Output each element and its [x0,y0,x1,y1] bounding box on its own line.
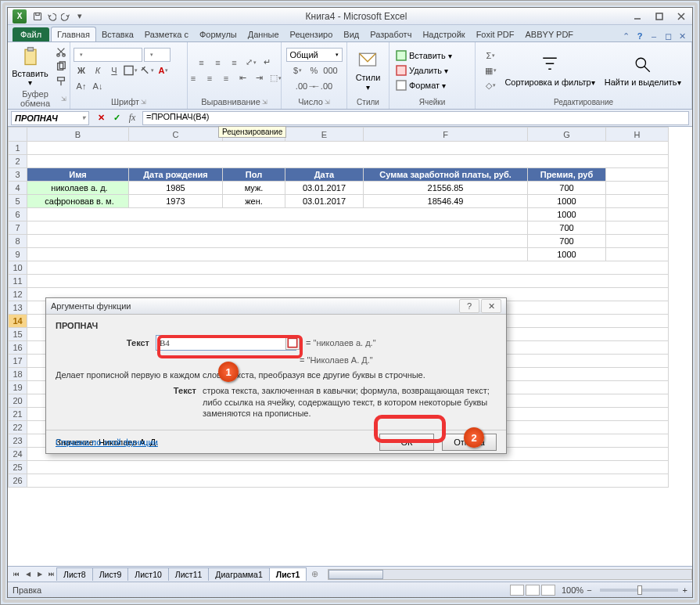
comma-icon[interactable]: 000 [323,63,339,77]
help-icon[interactable]: ? [634,31,645,41]
row-header[interactable]: 8 [9,235,27,248]
select-all-corner[interactable] [9,128,27,142]
save-icon[interactable] [31,10,44,23]
row-header[interactable]: 14 [9,315,27,328]
redo-icon[interactable] [59,10,72,23]
underline-icon[interactable]: Ч [106,63,122,77]
orientation-icon[interactable]: ⤢ [243,56,259,70]
sheet-tab[interactable]: Лист1 [269,567,307,581]
cell[interactable]: николаев а. д. [27,182,129,195]
number-format-select[interactable]: Общий▾ [286,48,343,62]
font-name-select[interactable] [74,48,142,62]
tab-data[interactable]: Данные [242,27,285,41]
horizontal-scrollbar[interactable] [328,569,692,580]
row-header[interactable]: 6 [9,208,27,221]
row-header[interactable]: 1 [9,142,27,155]
tab-addins[interactable]: Надстройк [417,27,470,41]
sheet-tab[interactable]: Лист9 [92,567,129,581]
zoom-in-icon[interactable]: + [683,585,687,595]
tab-nav-next-icon[interactable]: ▶ [34,569,45,580]
tab-layout[interactable]: Разметка с [139,27,194,41]
align-bottom-icon[interactable]: ≡ [227,56,242,70]
delete-cells-button[interactable]: Удалить ▾ [393,63,451,77]
fill-icon[interactable]: ▦ [483,63,498,77]
normal-view-icon[interactable] [510,585,524,596]
align-middle-icon[interactable]: ≡ [210,56,226,70]
qat-drop-icon[interactable]: ▾ [74,10,86,23]
tab-foxit[interactable]: Foxit PDF [471,27,520,41]
row-header[interactable]: 5 [9,195,27,208]
row-header[interactable]: 10 [9,261,27,275]
row-header[interactable]: 19 [9,381,27,394]
col-header[interactable]: B [27,128,129,142]
cell[interactable]: жен. [223,195,285,208]
tab-abbyy[interactable]: ABBYY PDF [520,27,580,41]
grow-font-icon[interactable]: A↑ [74,79,89,93]
cell[interactable]: 03.01.2017 [285,195,364,208]
name-box[interactable]: ПРОПНАЧ [11,111,89,125]
page-break-view-icon[interactable] [541,585,555,596]
tab-nav-first-icon[interactable]: ⏮ [11,569,22,580]
ok-button[interactable]: ОК [379,434,434,451]
formula-cancel-icon[interactable]: ✕ [94,111,108,125]
row-header[interactable]: 2 [9,155,27,168]
maximize-icon[interactable] [648,9,670,24]
zoom-out-icon[interactable]: − [587,585,591,595]
cell[interactable]: 1973 [129,195,223,208]
tab-review[interactable]: Рецензиро [285,27,339,41]
clear-icon[interactable]: ◇ [483,78,498,92]
tab-view[interactable]: Вид [338,27,364,41]
range-select-icon[interactable] [285,336,300,350]
tab-developer[interactable]: Разработч [364,27,417,41]
dialog-help-icon[interactable]: ? [459,299,479,313]
row-header[interactable]: 22 [9,421,27,434]
tab-nav-prev-icon[interactable]: ◀ [23,569,34,580]
sheet-tab[interactable]: Лист10 [127,567,169,581]
row-header[interactable]: 15 [9,328,27,341]
tab-formulas[interactable]: Формулы [194,27,242,41]
border-icon[interactable] [123,63,138,77]
row-header[interactable]: 26 [9,474,27,488]
align-top-icon[interactable]: ≡ [194,56,210,70]
row-header[interactable]: 3 [9,168,27,182]
doc-minimize-icon[interactable]: – [648,31,659,41]
cut-icon[interactable] [53,45,69,59]
tab-insert[interactable]: Вставка [96,27,139,41]
align-left-icon[interactable]: ≡ [185,71,201,85]
col-header[interactable]: H [606,128,669,142]
row-header[interactable]: 18 [9,368,27,381]
new-sheet-icon[interactable]: ⊕ [307,569,323,579]
ribbon-collapse-icon[interactable]: ⌃ [620,31,631,41]
row-header[interactable]: 24 [9,448,27,461]
row-header[interactable]: 13 [9,301,27,315]
font-size-select[interactable] [144,48,171,62]
cell[interactable]: 1985 [129,182,223,195]
italic-icon[interactable]: К [90,63,106,77]
bold-icon[interactable]: Ж [74,63,89,77]
row-header[interactable]: 23 [9,434,27,448]
undo-icon[interactable] [45,10,58,23]
row-header[interactable]: 12 [9,288,27,301]
dialog-close-icon[interactable]: ✕ [481,299,501,313]
format-painter-icon[interactable] [53,74,69,88]
col-header[interactable]: C [129,128,223,142]
tab-home[interactable]: Главная [51,27,96,41]
cell[interactable]: 1000 [528,248,606,261]
row-header[interactable]: 17 [9,355,27,368]
function-help-link[interactable]: Справка по этой функции [56,438,158,447]
format-cells-button[interactable]: Формат ▾ [393,78,449,92]
sheet-tab[interactable]: Лист11 [168,567,210,581]
cell[interactable]: сафроновав в. м. [27,195,129,208]
row-header[interactable]: 9 [9,248,27,261]
tab-nav-last-icon[interactable]: ⏭ [46,569,57,580]
doc-restore-icon[interactable]: ◻ [662,31,673,41]
currency-icon[interactable]: $ [290,63,306,77]
autosum-icon[interactable]: Σ [483,49,498,63]
row-header[interactable]: 21 [9,408,27,421]
cell[interactable]: 03.01.2017 [285,182,364,195]
row-header[interactable]: 4 [9,182,27,195]
formula-input[interactable]: =ПРОПНАЧ(B4) Рецензирование [142,111,689,125]
dec-decimal-icon[interactable]: ←.00 [314,79,330,93]
argument-input[interactable]: B4 [156,335,296,351]
zoom-slider[interactable] [600,589,678,592]
